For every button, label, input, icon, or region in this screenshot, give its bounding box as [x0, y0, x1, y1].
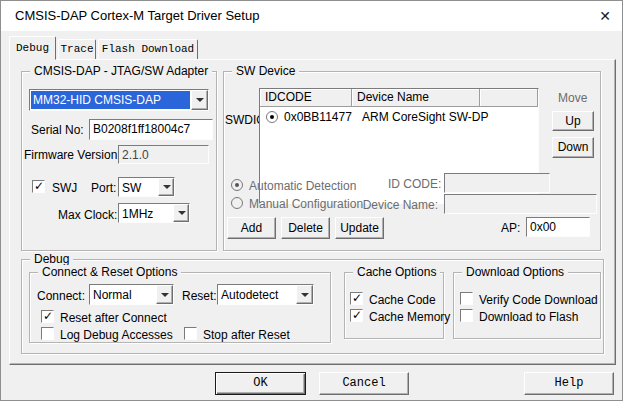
firmware-label: Firmware Version: — [24, 148, 121, 162]
cancel-button[interactable]: Cancel — [319, 372, 409, 395]
reset-after-connect-checkbox[interactable] — [41, 310, 54, 323]
swj-checkbox[interactable] — [32, 180, 45, 193]
close-icon[interactable]: ✕ — [587, 1, 623, 31]
cache-memory-label: Cache Memory — [369, 310, 450, 324]
table-row[interactable]: 0x0BB11477 ARM CoreSight SW-DP — [260, 107, 538, 127]
move-down-button[interactable]: Down — [552, 137, 594, 158]
verify-code-download-label: Verify Code Download — [479, 293, 598, 307]
connect-selected-value: Normal — [91, 286, 155, 303]
row-radio[interactable] — [266, 111, 278, 123]
stop-after-reset-label: Stop after Reset — [203, 328, 290, 342]
idcode-field — [444, 173, 550, 193]
reset-selected-value: Autodetect — [219, 286, 295, 303]
ok-button[interactable]: OK — [215, 372, 306, 395]
sw-device-group-title: SW Device — [232, 64, 299, 79]
reset-label: Reset: — [182, 289, 217, 303]
swj-label: SWJ — [52, 181, 77, 195]
adapter-dropdown-button[interactable] — [191, 90, 208, 110]
device-name-label: Device Name: — [361, 198, 438, 212]
download-options-group-title: Download Options — [462, 265, 568, 280]
log-debug-accesses-checkbox[interactable] — [41, 327, 54, 340]
reset-select[interactable]: Autodetect — [217, 284, 314, 305]
connect-label: Connect: — [37, 289, 85, 303]
titlebar: CMSIS-DAP Cortex-M Target Driver Setup ✕ — [1, 1, 622, 31]
stop-after-reset-checkbox[interactable] — [184, 327, 197, 340]
max-clock-selected-value: 1MHz — [120, 205, 171, 221]
connect-dropdown-button[interactable] — [156, 285, 173, 304]
add-button[interactable]: Add — [227, 217, 276, 239]
move-label: Move — [558, 91, 587, 105]
firmware-field: 2.1.0 — [118, 145, 209, 164]
update-button[interactable]: Update — [335, 217, 384, 239]
reset-dropdown-button[interactable] — [296, 285, 313, 304]
chevron-down-icon — [196, 98, 204, 102]
log-debug-accesses-label: Log Debug Accesses — [60, 328, 173, 342]
empty-column-header — [480, 89, 538, 107]
verify-code-download-checkbox[interactable] — [460, 292, 473, 305]
port-selected-value: SW — [120, 179, 156, 195]
manual-configuration-label: Manual Configuration — [249, 197, 363, 211]
automatic-detection-label: Automatic Detection — [249, 179, 356, 193]
manual-configuration-radio[interactable] — [231, 197, 243, 209]
download-to-flash-label: Download to Flash — [479, 310, 578, 324]
adapter-select[interactable]: MM32-HID CMSIS-DAP — [29, 89, 209, 111]
reset-after-connect-label: Reset after Connect — [60, 311, 167, 325]
automatic-detection-radio[interactable] — [231, 179, 243, 191]
download-to-flash-checkbox[interactable] — [460, 309, 473, 322]
move-up-button[interactable]: Up — [552, 111, 594, 131]
port-select[interactable]: SW — [118, 177, 175, 197]
cmsis-dap-setup-dialog: CMSIS-DAP Cortex-M Target Driver Setup ✕… — [0, 0, 623, 401]
ap-field[interactable]: 0x00 — [526, 217, 590, 237]
cache-code-label: Cache Code — [369, 293, 436, 307]
serial-field[interactable]: B0208f1ff18004c7 — [89, 119, 213, 140]
port-label: Port: — [91, 181, 116, 195]
cache-code-checkbox[interactable] — [350, 292, 363, 305]
device-name-column-header[interactable]: Device Name — [352, 89, 480, 107]
serial-label: Serial No: — [31, 123, 84, 137]
chevron-down-icon — [178, 211, 186, 215]
row-radio-cell — [260, 107, 284, 127]
cache-memory-checkbox[interactable] — [350, 309, 363, 322]
table-header-row: IDCODE Device Name — [260, 89, 538, 107]
row-device-name: ARM CoreSight SW-DP — [352, 110, 488, 124]
chevron-down-icon — [161, 293, 169, 297]
connect-reset-group-title: Connect & Reset Options — [38, 265, 181, 280]
tab-trace[interactable]: Trace — [58, 39, 96, 59]
port-dropdown-button[interactable] — [158, 178, 174, 196]
connect-select[interactable]: Normal — [89, 284, 174, 305]
tab-flash-download[interactable]: Flash Download — [98, 39, 198, 59]
chevron-down-icon — [163, 185, 171, 189]
device-name-field — [444, 194, 597, 214]
chevron-down-icon — [301, 293, 309, 297]
cache-options-group-title: Cache Options — [353, 265, 440, 280]
idcode-column-header[interactable]: IDCODE — [260, 89, 352, 107]
ap-label: AP: — [501, 221, 520, 235]
tab-debug[interactable]: Debug — [9, 36, 56, 60]
idcode-label: ID CODE: — [388, 177, 438, 191]
max-clock-label: Max Clock: — [58, 208, 117, 222]
adapter-selected-value: MM32-HID CMSIS-DAP — [31, 91, 190, 109]
max-clock-dropdown-button[interactable] — [173, 204, 189, 222]
help-button[interactable]: Help — [524, 372, 614, 395]
delete-button[interactable]: Delete — [281, 217, 330, 239]
row-idcode: 0x0BB11477 — [284, 110, 352, 124]
window-title: CMSIS-DAP Cortex-M Target Driver Setup — [15, 1, 259, 31]
adapter-group-title: CMSIS-DAP - JTAG/SW Adapter — [30, 64, 212, 79]
max-clock-select[interactable]: 1MHz — [118, 203, 190, 223]
